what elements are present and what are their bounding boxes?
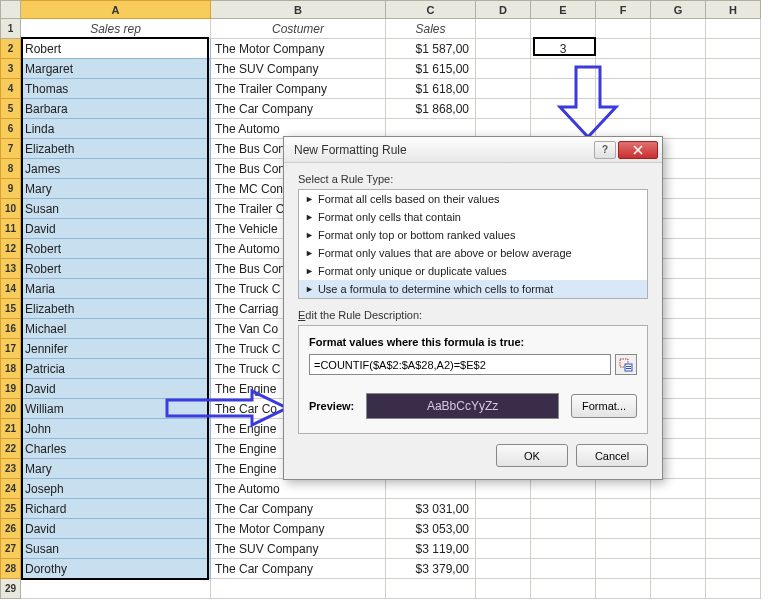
cell-A11[interactable]: David — [21, 219, 211, 239]
cell-A16[interactable]: Michael — [21, 319, 211, 339]
cell-B28[interactable]: The Car Company — [211, 559, 386, 579]
cell-H27[interactable] — [706, 539, 761, 559]
cell-F3[interactable] — [596, 59, 651, 79]
range-picker-button[interactable] — [615, 354, 637, 375]
cell-A5[interactable]: Barbara — [21, 99, 211, 119]
row-header-11[interactable]: 11 — [1, 219, 21, 239]
rule-type-item[interactable]: ►Format only cells that contain — [299, 208, 647, 226]
cell-A8[interactable]: James — [21, 159, 211, 179]
cell-F25[interactable] — [596, 499, 651, 519]
formula-input[interactable] — [309, 354, 611, 375]
cell-H12[interactable] — [706, 239, 761, 259]
cell-E3[interactable] — [531, 59, 596, 79]
cell-H26[interactable] — [706, 519, 761, 539]
row-header-10[interactable]: 10 — [1, 199, 21, 219]
cell-H11[interactable] — [706, 219, 761, 239]
cell-H17[interactable] — [706, 339, 761, 359]
cell-H22[interactable] — [706, 439, 761, 459]
cell-H5[interactable] — [706, 99, 761, 119]
cell-E1[interactable] — [531, 19, 596, 39]
cell-C4[interactable]: $1 618,00 — [386, 79, 476, 99]
col-header-C[interactable]: C — [386, 1, 476, 19]
row-header-3[interactable]: 3 — [1, 59, 21, 79]
cell-F2[interactable] — [596, 39, 651, 59]
row-header-20[interactable]: 20 — [1, 399, 21, 419]
format-button[interactable]: Format... — [571, 394, 637, 418]
dialog-titlebar[interactable]: New Formatting Rule ? — [284, 137, 662, 163]
cell-E26[interactable] — [531, 519, 596, 539]
cell-F4[interactable] — [596, 79, 651, 99]
cell-D2[interactable] — [476, 39, 531, 59]
row-header-21[interactable]: 21 — [1, 419, 21, 439]
cell-A21[interactable]: John — [21, 419, 211, 439]
cell-D1[interactable] — [476, 19, 531, 39]
cell-H24[interactable] — [706, 479, 761, 499]
row-header-13[interactable]: 13 — [1, 259, 21, 279]
cell-G25[interactable] — [651, 499, 706, 519]
cell-G24[interactable] — [651, 479, 706, 499]
cell-D26[interactable] — [476, 519, 531, 539]
row-header-18[interactable]: 18 — [1, 359, 21, 379]
row-header-7[interactable]: 7 — [1, 139, 21, 159]
rule-type-item[interactable]: ►Format all cells based on their values — [299, 190, 647, 208]
col-header-B[interactable]: B — [211, 1, 386, 19]
cell-B3[interactable]: The SUV Company — [211, 59, 386, 79]
cell-G26[interactable] — [651, 519, 706, 539]
cell-H6[interactable] — [706, 119, 761, 139]
cell-H10[interactable] — [706, 199, 761, 219]
cell-A18[interactable]: Patricia — [21, 359, 211, 379]
row-header-22[interactable]: 22 — [1, 439, 21, 459]
cell-A14[interactable]: Maria — [21, 279, 211, 299]
cell-C3[interactable]: $1 615,00 — [386, 59, 476, 79]
cell-E25[interactable] — [531, 499, 596, 519]
cell-A25[interactable]: Richard — [21, 499, 211, 519]
cell-F27[interactable] — [596, 539, 651, 559]
rule-type-item[interactable]: ►Format only unique or duplicate values — [299, 262, 647, 280]
cell-H21[interactable] — [706, 419, 761, 439]
cell-A20[interactable]: William — [21, 399, 211, 419]
cell-H4[interactable] — [706, 79, 761, 99]
cell-G5[interactable] — [651, 99, 706, 119]
cell-G2[interactable] — [651, 39, 706, 59]
cell-A6[interactable]: Linda — [21, 119, 211, 139]
cancel-button[interactable]: Cancel — [576, 444, 648, 467]
row-header-9[interactable]: 9 — [1, 179, 21, 199]
rule-type-item[interactable]: ►Use a formula to determine which cells … — [299, 280, 647, 298]
cell-H18[interactable] — [706, 359, 761, 379]
rule-type-item[interactable]: ►Format only values that are above or be… — [299, 244, 647, 262]
cell-E27[interactable] — [531, 539, 596, 559]
cell-A27[interactable]: Susan — [21, 539, 211, 559]
cell-A17[interactable]: Jennifer — [21, 339, 211, 359]
row-header-17[interactable]: 17 — [1, 339, 21, 359]
cell-G28[interactable] — [651, 559, 706, 579]
cell-A4[interactable]: Thomas — [21, 79, 211, 99]
help-button[interactable]: ? — [594, 141, 616, 159]
cell-D5[interactable] — [476, 99, 531, 119]
row-header-2[interactable]: 2 — [1, 39, 21, 59]
rule-type-item[interactable]: ►Format only top or bottom ranked values — [299, 226, 647, 244]
cell-H19[interactable] — [706, 379, 761, 399]
cell-E5[interactable] — [531, 99, 596, 119]
row-header-29[interactable]: 29 — [1, 579, 21, 599]
cell-A28[interactable]: Dorothy — [21, 559, 211, 579]
cell-G4[interactable] — [651, 79, 706, 99]
select-all-corner[interactable] — [1, 1, 21, 19]
cell-A22[interactable]: Charles — [21, 439, 211, 459]
cell-B26[interactable]: The Motor Company — [211, 519, 386, 539]
col-header-H[interactable]: H — [706, 1, 761, 19]
cell-A26[interactable]: David — [21, 519, 211, 539]
ok-button[interactable]: OK — [496, 444, 568, 467]
col-header-D[interactable]: D — [476, 1, 531, 19]
col-header-F[interactable]: F — [596, 1, 651, 19]
cell-C1[interactable]: Sales — [386, 19, 476, 39]
cell-G27[interactable] — [651, 539, 706, 559]
cell-B2[interactable]: The Motor Company — [211, 39, 386, 59]
cell-H16[interactable] — [706, 319, 761, 339]
cell-D27[interactable] — [476, 539, 531, 559]
cell-D28[interactable] — [476, 559, 531, 579]
cell-H20[interactable] — [706, 399, 761, 419]
cell-H9[interactable] — [706, 179, 761, 199]
cell-D24[interactable] — [476, 479, 531, 499]
cell-A7[interactable]: Elizabeth — [21, 139, 211, 159]
cell-E2[interactable]: 3 — [531, 39, 596, 59]
